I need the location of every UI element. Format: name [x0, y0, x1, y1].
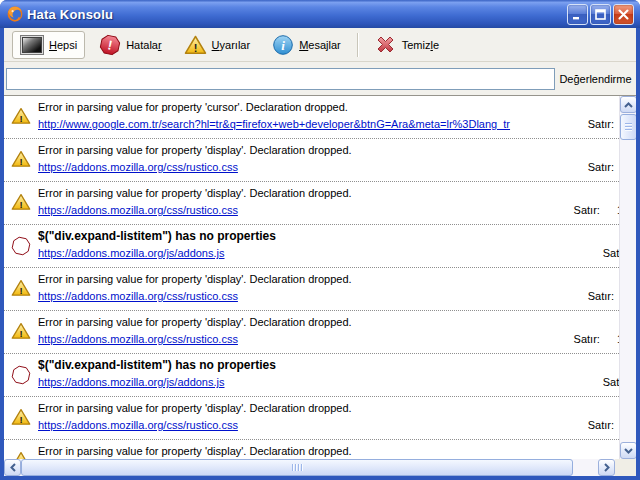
svg-text:!: !: [19, 285, 22, 296]
line-label: Satır:: [588, 118, 614, 130]
error-message: Error in parsing value for property 'dis…: [38, 402, 352, 414]
scroll-left-button[interactable]: [4, 459, 21, 476]
error-message: $("div.expand-listitem") has no properti…: [38, 229, 276, 243]
svg-text:!: !: [19, 199, 22, 210]
horizontal-scrollbar[interactable]: [4, 459, 636, 476]
error-icon: !: [11, 236, 31, 256]
toolbar-button-warnings[interactable]: ! Uyarılar: [176, 31, 259, 59]
toolbar-button-messages[interactable]: i Mesajlar: [264, 31, 349, 59]
warning-icon: !: [11, 193, 31, 213]
error-message: Error in parsing value for property 'dis…: [38, 316, 352, 328]
warning-icon: !: [11, 150, 31, 170]
line-label: Satır:: [588, 290, 614, 302]
console-row[interactable]: ! ! Error in parsing value for property …: [4, 96, 619, 139]
warning-icon: !: [184, 35, 207, 55]
line-label: Satır:: [603, 247, 619, 259]
svg-text:!: !: [18, 239, 25, 254]
error-message: Error in parsing value for property 'dis…: [38, 445, 352, 457]
svg-text:!: !: [19, 414, 22, 425]
code-input[interactable]: [6, 68, 555, 90]
line-label: Satır:1: [574, 204, 619, 216]
toolbar-button-errors[interactable]: ! Hatalar: [91, 31, 169, 59]
toolbar-button-messages-label: Mesajlar: [299, 39, 341, 51]
console-row[interactable]: ! ! Error in parsing value for property …: [4, 440, 619, 459]
svg-text:!: !: [19, 113, 22, 124]
console-icon: [20, 35, 44, 55]
source-link[interactable]: https://addons.mozilla.org/css/rustico.c…: [38, 161, 238, 173]
window-controls: [567, 4, 634, 25]
vertical-scroll-thumb[interactable]: [620, 114, 636, 140]
line-label: Satır:: [588, 419, 614, 431]
warning-icon: !: [11, 279, 31, 299]
maximize-button[interactable]: [590, 4, 611, 25]
client-area: Hepsi ! Hatalar: [4, 28, 636, 476]
error-message: Error in parsing value for property 'dis…: [38, 144, 352, 156]
clear-icon: [374, 33, 397, 56]
toolbar-button-errors-label: Hatalar: [126, 39, 161, 51]
vertical-scrollbar[interactable]: [619, 96, 636, 459]
scrollbar-corner: [615, 459, 636, 476]
warning-icon: !: [11, 451, 31, 459]
source-link[interactable]: https://addons.mozilla.org/css/rustico.c…: [38, 204, 238, 216]
source-link[interactable]: https://addons.mozilla.org/js/addons.js: [38, 247, 225, 259]
console-row[interactable]: ! ! Error in parsing value for property …: [4, 268, 619, 311]
toolbar-separator: [357, 33, 359, 57]
line-label: Satır:: [603, 376, 619, 388]
console-row[interactable]: ! ! $("div.expand-listitem") has no prop…: [4, 225, 619, 268]
svg-text:i: i: [281, 37, 285, 52]
console-row[interactable]: ! ! $("div.expand-listitem") has no prop…: [4, 354, 619, 397]
error-message: Error in parsing value for property 'dis…: [38, 187, 352, 199]
error-message: Error in parsing value for property 'dis…: [38, 273, 352, 285]
scroll-up-button[interactable]: [620, 96, 636, 113]
scroll-right-button[interactable]: [598, 459, 615, 476]
toolbar-button-clear-label: Temizle: [402, 39, 439, 51]
warning-icon: !: [11, 408, 31, 428]
source-link[interactable]: https://addons.mozilla.org/css/rustico.c…: [38, 419, 238, 431]
error-message: Error in parsing value for property 'cur…: [38, 101, 348, 113]
console-row[interactable]: ! ! Error in parsing value for property …: [4, 182, 619, 225]
source-link[interactable]: http://www.google.com.tr/search?hl=tr&q=…: [38, 118, 510, 130]
svg-text:!: !: [18, 368, 25, 383]
info-icon: i: [272, 34, 294, 56]
svg-text:!: !: [19, 328, 22, 339]
error-console-window: Hata Konsolu: [0, 0, 640, 480]
horizontal-scroll-thumb[interactable]: [21, 459, 573, 476]
error-message: $("div.expand-listitem") has no properti…: [38, 358, 276, 372]
scroll-down-button[interactable]: [620, 442, 636, 459]
source-link[interactable]: https://addons.mozilla.org/js/addons.js: [38, 376, 225, 388]
titlebar[interactable]: Hata Konsolu: [0, 0, 640, 28]
minimize-button[interactable]: [567, 4, 588, 25]
console-region: ! ! Error in parsing value for property …: [4, 95, 636, 476]
firefox-icon: [7, 6, 23, 22]
toolbar-button-warnings-label: Uyarılar: [212, 39, 251, 51]
console-row[interactable]: ! ! Error in parsing value for property …: [4, 139, 619, 182]
warning-icon: !: [11, 322, 31, 342]
warning-icon: !: [11, 107, 31, 127]
error-icon: !: [99, 34, 121, 56]
source-link[interactable]: https://addons.mozilla.org/css/rustico.c…: [38, 333, 238, 345]
evaluate-row: Değerlendirme: [4, 62, 636, 95]
evaluate-button[interactable]: Değerlendirme: [555, 73, 636, 85]
svg-text:!: !: [193, 41, 197, 53]
horizontal-scroll-track[interactable]: [21, 459, 598, 476]
line-label: Satır:1: [574, 333, 619, 345]
svg-text:!: !: [19, 156, 22, 167]
source-link[interactable]: https://addons.mozilla.org/css/rustico.c…: [38, 290, 238, 302]
toolbar: Hepsi ! Hatalar: [4, 28, 636, 62]
error-icon: !: [11, 365, 31, 385]
close-button[interactable]: [613, 4, 634, 25]
line-label: Satır:: [588, 161, 614, 173]
console-list: ! ! Error in parsing value for property …: [4, 96, 619, 459]
window-title: Hata Konsolu: [27, 7, 113, 22]
console-row[interactable]: ! ! Error in parsing value for property …: [4, 397, 619, 440]
toolbar-button-all-label: Hepsi: [49, 39, 77, 51]
toolbar-button-all[interactable]: Hepsi: [12, 31, 85, 59]
toolbar-button-clear[interactable]: Temizle: [366, 31, 447, 59]
console-row[interactable]: ! ! Error in parsing value for property …: [4, 311, 619, 354]
